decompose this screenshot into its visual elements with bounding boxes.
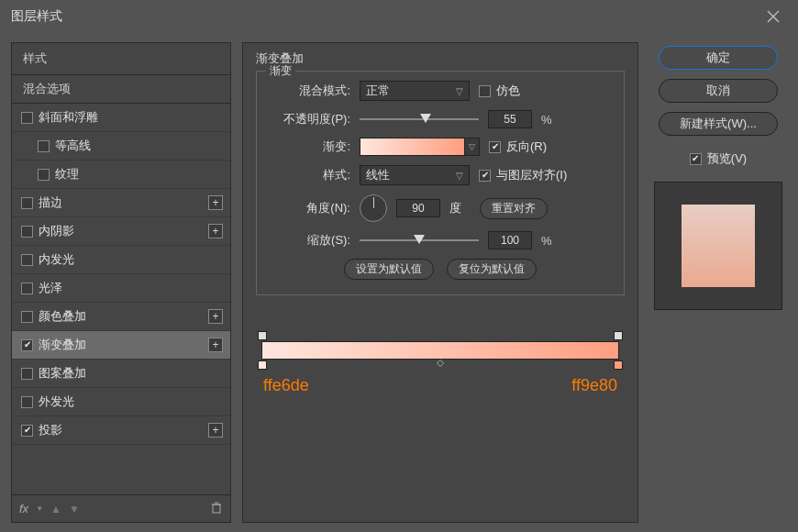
scale-input[interactable]: 100 <box>488 231 532 249</box>
opacity-input[interactable]: 55 <box>488 110 532 128</box>
reverse-checkbox[interactable] <box>489 141 501 153</box>
reverse-label: 反向(R) <box>506 139 547 155</box>
settings-panel: 渐变叠加 渐变 混合模式: 正常 ▽ 仿色 不透明度(P): 55 <box>242 42 638 523</box>
styles-sidebar: 样式 混合选项 斜面和浮雕等高线纹理描边+内阴影+内发光光泽颜色叠加+渐变叠加+… <box>11 42 231 523</box>
style-item-4[interactable]: 内阴影+ <box>12 217 230 246</box>
style-item-10[interactable]: 外发光 <box>12 388 230 416</box>
style-label: 光泽 <box>39 280 62 296</box>
blend-mode-select[interactable]: 正常 ▽ <box>360 81 470 101</box>
close-button[interactable] <box>759 3 787 30</box>
chevron-down-icon: ▽ <box>456 171 463 181</box>
fieldset-legend: 渐变 <box>266 63 295 79</box>
gradient-label: 渐变: <box>270 139 350 155</box>
add-effect-icon[interactable]: + <box>208 423 223 438</box>
percent-label: % <box>541 113 552 127</box>
align-label: 与图层对齐(I) <box>496 167 567 183</box>
gradient-bar[interactable] <box>261 341 619 360</box>
add-effect-icon[interactable]: + <box>208 309 223 324</box>
style-item-6[interactable]: 光泽 <box>12 274 230 303</box>
style-checkbox[interactable] <box>21 339 33 351</box>
style-item-1[interactable]: 等高线 <box>12 132 230 161</box>
style-label: 颜色叠加 <box>39 308 86 325</box>
preview-label: 预览(V) <box>707 150 747 167</box>
midpoint-marker[interactable] <box>437 360 444 367</box>
style-checkbox[interactable] <box>21 425 33 437</box>
style-item-2[interactable]: 纹理 <box>12 161 230 189</box>
reset-default-button[interactable]: 复位为默认值 <box>447 259 537 280</box>
style-label: 纹理 <box>55 166 79 183</box>
action-panel: 确定 取消 新建样式(W)... 预览(V) <box>649 42 787 523</box>
angle-dial[interactable] <box>360 194 387 222</box>
preview-box <box>654 182 782 310</box>
style-checkbox[interactable] <box>38 169 50 181</box>
scale-slider[interactable] <box>360 233 479 248</box>
dither-checkbox[interactable] <box>479 85 491 97</box>
section-title: 渐变叠加 <box>256 50 625 67</box>
ok-button[interactable]: 确定 <box>659 46 778 70</box>
arrow-down-icon[interactable]: ▼ <box>69 503 80 515</box>
dialog-title: 图层样式 <box>11 8 62 25</box>
degree-label: 度 <box>449 200 461 216</box>
blend-mode-value: 正常 <box>366 83 390 99</box>
gradient-dropdown[interactable]: ▽ <box>465 138 480 156</box>
style-value: 线性 <box>366 167 390 183</box>
preview-checkbox[interactable] <box>690 153 702 165</box>
style-checkbox[interactable] <box>38 140 50 152</box>
arrow-up-icon[interactable]: ▲ <box>50 503 61 515</box>
color-stop-right[interactable] <box>614 360 623 370</box>
style-item-11[interactable]: 投影+ <box>12 416 230 445</box>
trash-icon[interactable] <box>210 501 223 516</box>
color-left-label: ffe6de <box>263 376 309 395</box>
style-item-3[interactable]: 描边+ <box>12 189 230 217</box>
style-checkbox[interactable] <box>21 197 33 209</box>
align-checkbox[interactable] <box>479 170 491 182</box>
style-checkbox[interactable] <box>21 396 33 408</box>
titlebar: 图层样式 <box>0 0 798 33</box>
style-item-7[interactable]: 颜色叠加+ <box>12 303 230 331</box>
style-checkbox[interactable] <box>21 368 33 380</box>
style-label: 等高线 <box>55 138 91 154</box>
style-label: 内发光 <box>39 251 74 268</box>
style-checkbox[interactable] <box>21 112 33 124</box>
style-item-0[interactable]: 斜面和浮雕 <box>12 104 230 132</box>
new-style-button[interactable]: 新建样式(W)... <box>659 112 778 136</box>
add-effect-icon[interactable]: + <box>208 338 223 352</box>
angle-label: 角度(N): <box>270 200 350 216</box>
opacity-stop-right[interactable] <box>614 331 623 340</box>
opacity-stop-left[interactable] <box>258 331 267 340</box>
style-label: 内阴影 <box>39 223 74 239</box>
color-stop-left[interactable] <box>258 360 267 370</box>
styles-header: 样式 <box>12 43 230 75</box>
sidebar-footer: fx ▼ ▲ ▼ <box>12 494 230 522</box>
chevron-down-icon: ▼ <box>36 504 43 513</box>
reset-align-button[interactable]: 重置对齐 <box>480 198 548 219</box>
style-checkbox[interactable] <box>21 226 33 238</box>
style-checkbox[interactable] <box>21 311 33 323</box>
add-effect-icon[interactable]: + <box>208 224 223 238</box>
gradient-editor[interactable]: ffe6de ff9e80 <box>256 341 625 395</box>
style-checkbox[interactable] <box>21 283 33 294</box>
cancel-button[interactable]: 取消 <box>659 79 778 103</box>
opacity-slider[interactable] <box>360 112 479 127</box>
gradient-fieldset: 渐变 混合模式: 正常 ▽ 仿色 不透明度(P): 55 % <box>256 71 625 295</box>
blend-mode-label: 混合模式: <box>270 83 350 99</box>
style-item-8[interactable]: 渐变叠加+ <box>12 331 230 360</box>
style-label: 渐变叠加 <box>39 337 86 353</box>
angle-input[interactable]: 90 <box>396 199 440 217</box>
style-label: 图案叠加 <box>39 365 86 382</box>
opacity-label: 不透明度(P): <box>270 111 350 127</box>
style-label: 投影 <box>39 422 62 438</box>
chevron-down-icon: ▽ <box>456 86 463 96</box>
style-label: 斜面和浮雕 <box>39 109 98 126</box>
style-checkbox[interactable] <box>21 254 33 266</box>
gradient-swatch[interactable] <box>360 138 465 156</box>
add-effect-icon[interactable]: + <box>208 195 223 210</box>
style-item-9[interactable]: 图案叠加 <box>12 360 230 388</box>
style-select[interactable]: 线性 ▽ <box>360 165 470 185</box>
blend-options-header[interactable]: 混合选项 <box>12 75 230 104</box>
fx-menu[interactable]: fx <box>19 502 28 515</box>
style-item-5[interactable]: 内发光 <box>12 246 230 274</box>
style-list: 斜面和浮雕等高线纹理描边+内阴影+内发光光泽颜色叠加+渐变叠加+图案叠加外发光投… <box>12 104 230 494</box>
set-default-button[interactable]: 设置为默认值 <box>344 259 434 280</box>
preview-swatch <box>682 205 755 287</box>
